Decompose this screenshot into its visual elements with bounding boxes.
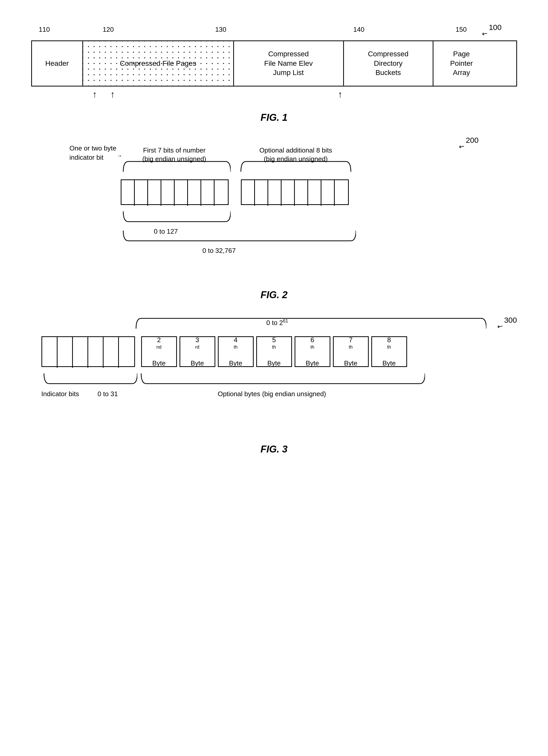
fig1-labels-row: 110 120 130 140 150 xyxy=(31,26,517,38)
fig2-cell-1 xyxy=(122,180,135,206)
fig3-byte-5th: 5thByte xyxy=(256,336,292,367)
fig2-inner: 200 ↙ One or two byte indicator bit → Fi… xyxy=(70,138,479,282)
fig1-compressed-directory-box: CompressedDirectoryBuckets xyxy=(344,41,433,86)
fig1-label-150: 150 xyxy=(456,26,467,34)
fig1-diagram: 100 ↙ 110 120 130 140 150 Header Compres… xyxy=(31,26,517,123)
fig3-bot-brace-left xyxy=(41,371,137,386)
fig2-cell-r5 xyxy=(295,180,308,206)
fig2-bottom-brace-left xyxy=(121,209,231,224)
fig1-compressed-filename-box: CompressedFile Name ElevJump List xyxy=(234,41,344,86)
fig3-ref-arrow: ↙ xyxy=(496,321,505,331)
fig3-top-brace xyxy=(134,316,486,331)
fig2-label-optional: Optional additional 8 bits(big endian un… xyxy=(238,146,353,164)
fig2-left-group xyxy=(121,179,229,205)
fig2-cell-r3 xyxy=(268,180,281,206)
fig2-cell-2 xyxy=(135,180,148,206)
fig2-cell-r4 xyxy=(281,180,295,206)
fig3-byte-8th: 8thByte xyxy=(371,336,407,367)
fig1-arrows-area: ↑ ↑ ↑ xyxy=(31,87,517,104)
fig2-ref-arrow: ↙ xyxy=(457,142,466,151)
fig3-byte-6th: 6thByte xyxy=(294,336,330,367)
fig3-g1-cell6 xyxy=(119,337,134,368)
fig3-g1-cell5 xyxy=(104,337,119,368)
fig2-range-all: 0 to 32,767 xyxy=(203,247,236,255)
fig3-range-top: 0 to 261 xyxy=(267,318,288,327)
fig1-boxes: Header Compressed File Pages CompressedF… xyxy=(31,40,517,87)
fig2-cell-4 xyxy=(161,180,175,206)
fig2-cell-6 xyxy=(188,180,201,206)
fig2-label-first7: First 7 bits of number(big endian unsign… xyxy=(126,146,223,164)
fig2-range-127: 0 to 127 xyxy=(154,228,178,235)
fig1-page-pointer-box: PagePointerArray xyxy=(433,41,490,86)
fig2-cell-3 xyxy=(148,180,161,206)
fig2-indicator-arrow: → xyxy=(117,153,123,159)
fig3-ref-number: 300 xyxy=(504,316,517,325)
fig3-exp: 61 xyxy=(283,318,288,323)
fig3-inner: 300 ↙ 0 to 261 2ndByte 3rdByte 4thByte 5… xyxy=(31,316,517,428)
fig2-cell-r8 xyxy=(335,180,348,206)
fig3-label-indicator: Indicator bits xyxy=(41,390,79,398)
fig2-title: FIG. 2 xyxy=(70,289,479,300)
fig1-label-130: 130 xyxy=(215,26,226,34)
fig3-diagram: 300 ↙ 0 to 261 2ndByte 3rdByte 4thByte 5… xyxy=(31,316,517,455)
fig1-label-140: 140 xyxy=(353,26,364,34)
fig2-cell-r2 xyxy=(255,180,268,206)
fig2-diagram: 200 ↙ One or two byte indicator bit → Fi… xyxy=(70,138,479,300)
fig3-g1-cell2 xyxy=(58,337,73,368)
fig2-cell-7 xyxy=(201,180,215,206)
fig2-cell-r7 xyxy=(321,180,335,206)
fig2-right-group xyxy=(241,179,349,205)
fig3-g1-cell4 xyxy=(88,337,104,368)
fig1-arrow2: ↑ xyxy=(111,89,115,100)
fig1-arrow3: ↑ xyxy=(338,89,343,100)
fig3-byte-4th: 4thByte xyxy=(218,336,254,367)
fig3-bot-brace-right xyxy=(139,371,425,386)
fig3-group1 xyxy=(41,336,135,367)
fig2-cell-5 xyxy=(175,180,188,206)
fig3-byte-7th: 7thByte xyxy=(333,336,369,367)
fig1-compressed-file-pages-box: Compressed File Pages xyxy=(83,41,234,86)
fig3-title: FIG. 3 xyxy=(31,444,517,455)
fig3-label-031: 0 to 31 xyxy=(98,390,118,398)
fig2-cell-8 xyxy=(215,180,228,206)
fig2-indicator-label: One or two byte indicator bit xyxy=(70,144,118,162)
fig1-header-box: Header xyxy=(32,41,83,86)
fig3-label-optional: Optional bytes (big endian unsigned) xyxy=(218,390,326,398)
fig1-title: FIG. 1 xyxy=(31,112,517,123)
fig1-label-110: 110 xyxy=(39,26,50,34)
fig1-label-120: 120 xyxy=(103,26,114,34)
fig3-byte-3rd: 3rdByte xyxy=(180,336,215,367)
fig2-cell-r6 xyxy=(308,180,321,206)
fig2-cell-r1 xyxy=(242,180,255,206)
fig3-g1-cell1 xyxy=(42,337,58,368)
fig3-byte-2nd: 2ndByte xyxy=(141,336,177,367)
fig3-group2: 2ndByte 3rdByte 4thByte 5thByte 6thByte … xyxy=(141,336,407,367)
fig2-ref-number: 200 xyxy=(466,136,478,145)
fig1-arrow1: ↑ xyxy=(93,89,97,100)
fig3-g1-cell3 xyxy=(73,337,88,368)
